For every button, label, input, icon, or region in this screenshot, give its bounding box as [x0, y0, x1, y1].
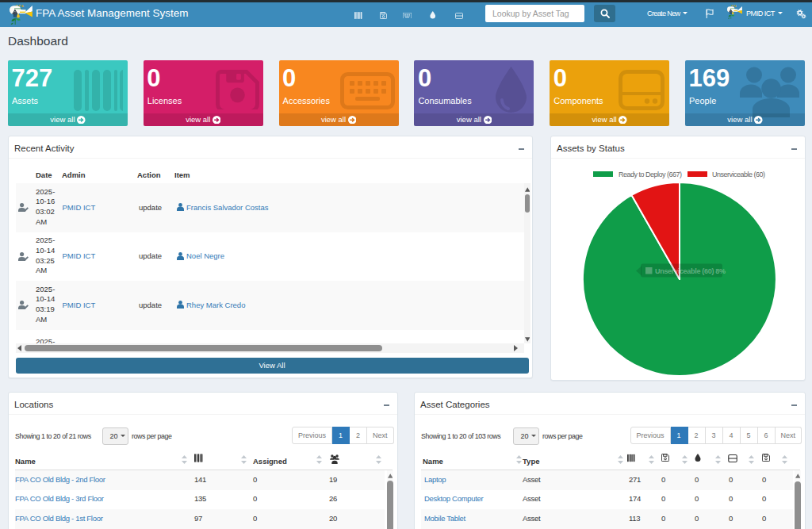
svg-text:Unserviceable (60) 8%: Unserviceable (60) 8%: [655, 267, 726, 275]
